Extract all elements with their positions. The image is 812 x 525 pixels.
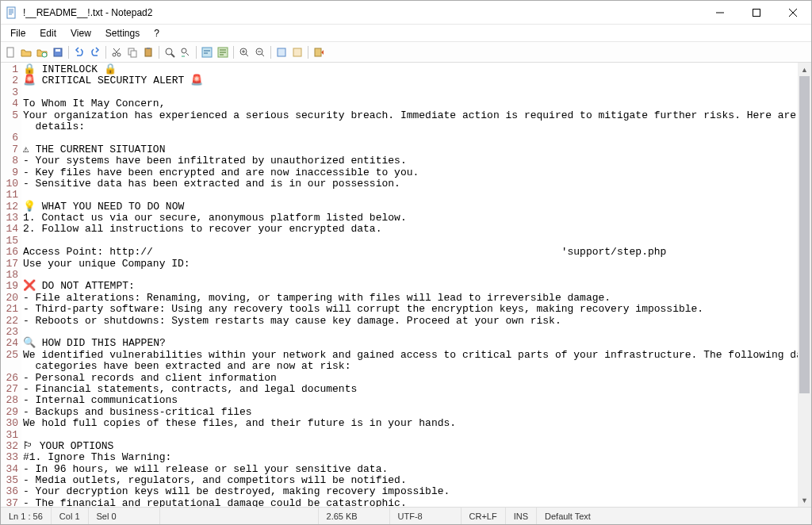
cut-icon[interactable]	[109, 45, 124, 59]
nav-icon[interactable]	[216, 45, 230, 59]
svg-rect-28	[293, 48, 301, 56]
scroll-track[interactable]	[798, 76, 811, 493]
word-wrap-icon[interactable]	[200, 45, 214, 59]
menu-view[interactable]: View	[64, 26, 98, 40]
scroll-thumb[interactable]	[799, 76, 810, 393]
history-icon[interactable]	[35, 45, 49, 59]
svg-rect-8	[56, 49, 60, 52]
status-scheme[interactable]: Default Text	[537, 508, 811, 524]
new-file-icon[interactable]	[3, 45, 17, 59]
toolbar-separator	[159, 46, 159, 59]
status-eol[interactable]: CR+LF	[462, 508, 506, 524]
vertical-scrollbar[interactable]: ▲ ▼	[798, 63, 811, 507]
status-position[interactable]: Ln 1 : 56	[1, 508, 52, 524]
exit-icon[interactable]	[312, 45, 326, 59]
svg-rect-2	[753, 9, 760, 16]
status-filesize[interactable]: 2.65 KB	[319, 508, 390, 524]
find-icon[interactable]	[163, 45, 177, 59]
svg-line-16	[171, 54, 174, 57]
zoom-out-icon[interactable]	[253, 45, 267, 59]
undo-icon[interactable]	[72, 45, 86, 59]
line-gutter: 1234567891011121314151617181920212223242…	[1, 63, 21, 507]
open-file-icon[interactable]	[19, 45, 33, 59]
menu-help[interactable]: ?	[147, 26, 166, 40]
paste-icon[interactable]	[141, 45, 155, 59]
svg-rect-29	[315, 48, 321, 56]
menu-edit[interactable]: Edit	[33, 26, 63, 40]
svg-rect-12	[131, 51, 136, 57]
titlebar: !__README__!.txt - Notepad2	[1, 1, 811, 25]
toolbar-separator	[105, 46, 106, 59]
svg-line-21	[246, 54, 248, 56]
menubar: File Edit View Settings ?	[1, 25, 811, 42]
status-encoding[interactable]: UTF-8	[390, 508, 462, 524]
scroll-down-icon[interactable]: ▼	[798, 493, 811, 507]
svg-rect-13	[145, 48, 151, 56]
editor-area: 1234567891011121314151617181920212223242…	[1, 63, 811, 507]
scheme-icon[interactable]	[274, 45, 289, 59]
toolbar-separator	[233, 46, 234, 59]
status-selection[interactable]: Sel 0	[89, 508, 160, 524]
svg-rect-18	[202, 48, 212, 57]
toolbar-separator	[68, 46, 69, 59]
toolbar-separator	[196, 46, 197, 59]
window-title: !__README__!.txt - Notepad2	[23, 7, 702, 18]
text-editor[interactable]: 🔒 INTERLOCK 🔒🚨 CRITICAL SECURITY ALERT 🚨…	[21, 63, 798, 507]
maximize-button[interactable]	[738, 1, 775, 25]
svg-point-17	[182, 48, 186, 53]
menu-settings[interactable]: Settings	[99, 26, 146, 40]
statusbar: Ln 1 : 56 Col 1 Sel 0 2.65 KB UTF-8 CR+L…	[1, 507, 811, 524]
minimize-button[interactable]	[702, 1, 738, 25]
toolbar-separator	[308, 46, 308, 59]
toolbar	[1, 42, 811, 63]
close-button[interactable]	[775, 1, 811, 25]
svg-rect-14	[147, 48, 150, 49]
svg-point-15	[166, 48, 172, 55]
replace-icon[interactable]	[178, 45, 193, 59]
app-icon	[6, 6, 18, 19]
customize-icon[interactable]	[290, 45, 304, 59]
menu-file[interactable]: File	[4, 26, 32, 40]
svg-line-25	[262, 54, 264, 56]
redo-icon[interactable]	[88, 45, 102, 59]
svg-rect-5	[7, 48, 13, 57]
scroll-up-icon[interactable]: ▲	[798, 63, 811, 76]
window-controls	[702, 1, 811, 25]
toolbar-separator	[270, 46, 271, 59]
svg-rect-27	[278, 48, 285, 56]
app-window: !__README__!.txt - Notepad2 File Edit Vi…	[0, 0, 812, 525]
save-icon[interactable]	[51, 45, 65, 59]
zoom-in-icon[interactable]	[237, 45, 251, 59]
svg-point-6	[42, 52, 47, 57]
copy-icon[interactable]	[125, 45, 140, 59]
status-ins[interactable]: INS	[506, 508, 537, 524]
status-spacer	[160, 508, 319, 524]
status-column[interactable]: Col 1	[52, 508, 89, 524]
